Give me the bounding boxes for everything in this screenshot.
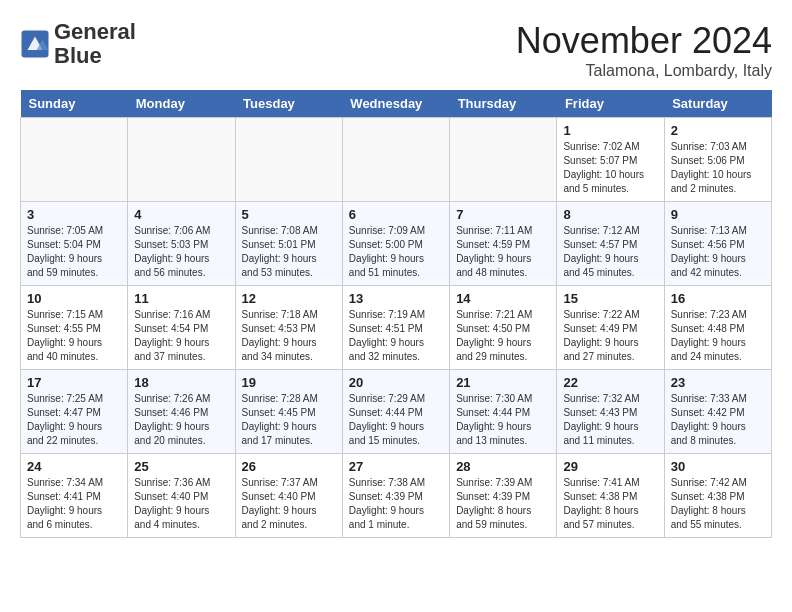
day-number: 26 [242, 459, 336, 474]
calendar-cell: 20Sunrise: 7:29 AMSunset: 4:44 PMDayligh… [342, 370, 449, 454]
day-info: Sunrise: 7:16 AMSunset: 4:54 PMDaylight:… [134, 308, 228, 364]
day-info: Sunrise: 7:23 AMSunset: 4:48 PMDaylight:… [671, 308, 765, 364]
calendar-cell: 3Sunrise: 7:05 AMSunset: 5:04 PMDaylight… [21, 202, 128, 286]
calendar-cell [342, 118, 449, 202]
calendar-cell [450, 118, 557, 202]
title-block: November 2024 Talamona, Lombardy, Italy [516, 20, 772, 80]
calendar-cell: 19Sunrise: 7:28 AMSunset: 4:45 PMDayligh… [235, 370, 342, 454]
calendar-cell: 15Sunrise: 7:22 AMSunset: 4:49 PMDayligh… [557, 286, 664, 370]
calendar-cell: 5Sunrise: 7:08 AMSunset: 5:01 PMDaylight… [235, 202, 342, 286]
day-info: Sunrise: 7:30 AMSunset: 4:44 PMDaylight:… [456, 392, 550, 448]
day-info: Sunrise: 7:08 AMSunset: 5:01 PMDaylight:… [242, 224, 336, 280]
calendar-cell: 10Sunrise: 7:15 AMSunset: 4:55 PMDayligh… [21, 286, 128, 370]
calendar-cell: 16Sunrise: 7:23 AMSunset: 4:48 PMDayligh… [664, 286, 771, 370]
day-number: 27 [349, 459, 443, 474]
day-info: Sunrise: 7:34 AMSunset: 4:41 PMDaylight:… [27, 476, 121, 532]
calendar-week-row: 24Sunrise: 7:34 AMSunset: 4:41 PMDayligh… [21, 454, 772, 538]
logo-text: General Blue [54, 20, 136, 68]
calendar-cell: 21Sunrise: 7:30 AMSunset: 4:44 PMDayligh… [450, 370, 557, 454]
day-info: Sunrise: 7:37 AMSunset: 4:40 PMDaylight:… [242, 476, 336, 532]
calendar-cell: 24Sunrise: 7:34 AMSunset: 4:41 PMDayligh… [21, 454, 128, 538]
calendar-cell: 6Sunrise: 7:09 AMSunset: 5:00 PMDaylight… [342, 202, 449, 286]
day-number: 20 [349, 375, 443, 390]
day-info: Sunrise: 7:29 AMSunset: 4:44 PMDaylight:… [349, 392, 443, 448]
calendar-cell: 4Sunrise: 7:06 AMSunset: 5:03 PMDaylight… [128, 202, 235, 286]
calendar-cell [128, 118, 235, 202]
day-info: Sunrise: 7:15 AMSunset: 4:55 PMDaylight:… [27, 308, 121, 364]
day-info: Sunrise: 7:38 AMSunset: 4:39 PMDaylight:… [349, 476, 443, 532]
calendar-cell: 8Sunrise: 7:12 AMSunset: 4:57 PMDaylight… [557, 202, 664, 286]
day-number: 6 [349, 207, 443, 222]
day-number: 5 [242, 207, 336, 222]
day-info: Sunrise: 7:22 AMSunset: 4:49 PMDaylight:… [563, 308, 657, 364]
calendar-cell: 30Sunrise: 7:42 AMSunset: 4:38 PMDayligh… [664, 454, 771, 538]
calendar-header-row: SundayMondayTuesdayWednesdayThursdayFrid… [21, 90, 772, 118]
calendar-header-thursday: Thursday [450, 90, 557, 118]
calendar-header-wednesday: Wednesday [342, 90, 449, 118]
calendar-cell: 1Sunrise: 7:02 AMSunset: 5:07 PMDaylight… [557, 118, 664, 202]
day-info: Sunrise: 7:26 AMSunset: 4:46 PMDaylight:… [134, 392, 228, 448]
day-number: 24 [27, 459, 121, 474]
day-info: Sunrise: 7:05 AMSunset: 5:04 PMDaylight:… [27, 224, 121, 280]
calendar-cell: 22Sunrise: 7:32 AMSunset: 4:43 PMDayligh… [557, 370, 664, 454]
day-number: 19 [242, 375, 336, 390]
calendar-header-saturday: Saturday [664, 90, 771, 118]
day-info: Sunrise: 7:03 AMSunset: 5:06 PMDaylight:… [671, 140, 765, 196]
logo-icon [20, 29, 50, 59]
day-info: Sunrise: 7:25 AMSunset: 4:47 PMDaylight:… [27, 392, 121, 448]
calendar-cell: 23Sunrise: 7:33 AMSunset: 4:42 PMDayligh… [664, 370, 771, 454]
calendar-week-row: 17Sunrise: 7:25 AMSunset: 4:47 PMDayligh… [21, 370, 772, 454]
day-number: 10 [27, 291, 121, 306]
day-number: 13 [349, 291, 443, 306]
day-number: 30 [671, 459, 765, 474]
day-number: 14 [456, 291, 550, 306]
calendar-cell: 29Sunrise: 7:41 AMSunset: 4:38 PMDayligh… [557, 454, 664, 538]
calendar-header-tuesday: Tuesday [235, 90, 342, 118]
calendar-header-monday: Monday [128, 90, 235, 118]
calendar-cell: 7Sunrise: 7:11 AMSunset: 4:59 PMDaylight… [450, 202, 557, 286]
day-number: 12 [242, 291, 336, 306]
calendar-cell [235, 118, 342, 202]
location-subtitle: Talamona, Lombardy, Italy [516, 62, 772, 80]
calendar-cell: 26Sunrise: 7:37 AMSunset: 4:40 PMDayligh… [235, 454, 342, 538]
day-info: Sunrise: 7:06 AMSunset: 5:03 PMDaylight:… [134, 224, 228, 280]
calendar-week-row: 1Sunrise: 7:02 AMSunset: 5:07 PMDaylight… [21, 118, 772, 202]
day-info: Sunrise: 7:19 AMSunset: 4:51 PMDaylight:… [349, 308, 443, 364]
day-number: 3 [27, 207, 121, 222]
calendar-cell [21, 118, 128, 202]
calendar-table: SundayMondayTuesdayWednesdayThursdayFrid… [20, 90, 772, 538]
calendar-cell: 9Sunrise: 7:13 AMSunset: 4:56 PMDaylight… [664, 202, 771, 286]
calendar-cell: 28Sunrise: 7:39 AMSunset: 4:39 PMDayligh… [450, 454, 557, 538]
day-number: 4 [134, 207, 228, 222]
calendar-header-sunday: Sunday [21, 90, 128, 118]
calendar-cell: 13Sunrise: 7:19 AMSunset: 4:51 PMDayligh… [342, 286, 449, 370]
day-number: 28 [456, 459, 550, 474]
logo: General Blue [20, 20, 136, 68]
day-info: Sunrise: 7:12 AMSunset: 4:57 PMDaylight:… [563, 224, 657, 280]
day-number: 18 [134, 375, 228, 390]
day-info: Sunrise: 7:18 AMSunset: 4:53 PMDaylight:… [242, 308, 336, 364]
day-number: 23 [671, 375, 765, 390]
day-info: Sunrise: 7:11 AMSunset: 4:59 PMDaylight:… [456, 224, 550, 280]
day-info: Sunrise: 7:41 AMSunset: 4:38 PMDaylight:… [563, 476, 657, 532]
day-number: 8 [563, 207, 657, 222]
day-info: Sunrise: 7:28 AMSunset: 4:45 PMDaylight:… [242, 392, 336, 448]
calendar-cell: 27Sunrise: 7:38 AMSunset: 4:39 PMDayligh… [342, 454, 449, 538]
day-info: Sunrise: 7:36 AMSunset: 4:40 PMDaylight:… [134, 476, 228, 532]
day-number: 22 [563, 375, 657, 390]
day-info: Sunrise: 7:02 AMSunset: 5:07 PMDaylight:… [563, 140, 657, 196]
page-header: General Blue November 2024 Talamona, Lom… [20, 20, 772, 80]
calendar-cell: 12Sunrise: 7:18 AMSunset: 4:53 PMDayligh… [235, 286, 342, 370]
day-number: 2 [671, 123, 765, 138]
calendar-cell: 17Sunrise: 7:25 AMSunset: 4:47 PMDayligh… [21, 370, 128, 454]
day-number: 16 [671, 291, 765, 306]
calendar-cell: 25Sunrise: 7:36 AMSunset: 4:40 PMDayligh… [128, 454, 235, 538]
day-number: 21 [456, 375, 550, 390]
day-number: 29 [563, 459, 657, 474]
day-info: Sunrise: 7:21 AMSunset: 4:50 PMDaylight:… [456, 308, 550, 364]
day-number: 11 [134, 291, 228, 306]
month-title: November 2024 [516, 20, 772, 62]
day-info: Sunrise: 7:42 AMSunset: 4:38 PMDaylight:… [671, 476, 765, 532]
calendar-cell: 14Sunrise: 7:21 AMSunset: 4:50 PMDayligh… [450, 286, 557, 370]
day-info: Sunrise: 7:33 AMSunset: 4:42 PMDaylight:… [671, 392, 765, 448]
